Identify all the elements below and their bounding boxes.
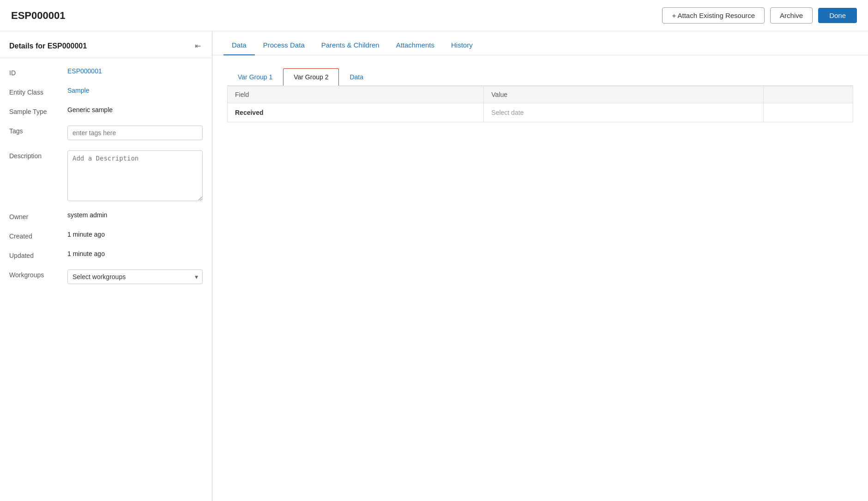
sub-tabs: Var Group 1 Var Group 2 Data: [227, 68, 853, 86]
tab-parents-children[interactable]: Parents & Children: [313, 36, 388, 55]
field-row-owner: Owner system admin: [9, 211, 203, 221]
tab-data[interactable]: Data: [223, 36, 255, 55]
tags-label: Tags: [9, 125, 60, 135]
sub-tab-var-group-1[interactable]: Var Group 1: [227, 68, 283, 86]
sample-type-label: Sample Type: [9, 106, 60, 115]
col-header-actions: [764, 86, 853, 103]
updated-label: Updated: [9, 250, 60, 259]
workgroups-select[interactable]: Select workgroups: [67, 269, 203, 284]
field-row-entity-class: Entity Class Sample: [9, 87, 203, 96]
tags-input[interactable]: [67, 125, 203, 140]
page-title: ESP000001: [11, 10, 65, 22]
content-area: Data Process Data Parents & Children Att…: [212, 31, 868, 501]
top-bar: ESP000001 + Attach Existing Resource Arc…: [0, 0, 868, 31]
col-header-field: Field: [228, 86, 484, 103]
updated-value: 1 minute ago: [67, 250, 203, 257]
done-button[interactable]: Done: [818, 8, 857, 23]
field-row-updated: Updated 1 minute ago: [9, 250, 203, 259]
field-row-created: Created 1 minute ago: [9, 231, 203, 240]
top-bar-actions: + Attach Existing Resource Archive Done: [662, 7, 857, 24]
row-actions-received: [764, 103, 853, 122]
main-layout: Details for ESP000001 ⇤ ID ESP000001 Ent…: [0, 31, 868, 501]
sidebar-header: Details for ESP000001 ⇤: [0, 31, 212, 58]
description-label: Description: [9, 150, 60, 160]
id-value[interactable]: ESP000001: [67, 67, 203, 75]
workgroups-select-wrapper: Select workgroups: [67, 269, 203, 284]
owner-label: Owner: [9, 211, 60, 221]
collapse-icon[interactable]: ⇤: [193, 40, 203, 52]
created-value: 1 minute ago: [67, 231, 203, 238]
sidebar-title: Details for ESP000001: [9, 42, 87, 50]
field-row-id: ID ESP000001: [9, 67, 203, 77]
description-textarea[interactable]: [67, 150, 203, 201]
entity-class-value[interactable]: Sample: [67, 87, 203, 94]
tab-history[interactable]: History: [443, 36, 481, 55]
archive-button[interactable]: Archive: [770, 7, 813, 24]
field-row-sample-type: Sample Type Generic sample: [9, 106, 203, 115]
id-label: ID: [9, 67, 60, 77]
attach-existing-resource-button[interactable]: + Attach Existing Resource: [662, 7, 765, 24]
tab-process-data[interactable]: Process Data: [255, 36, 313, 55]
workgroups-label: Workgroups: [9, 269, 60, 279]
field-row-tags: Tags: [9, 125, 203, 140]
row-value-received[interactable]: Select date: [484, 103, 764, 122]
field-row-workgroups: Workgroups Select workgroups: [9, 269, 203, 284]
table-row: Received Select date: [228, 103, 853, 122]
tab-attachments[interactable]: Attachments: [388, 36, 443, 55]
col-header-value: Value: [484, 86, 764, 103]
entity-class-label: Entity Class: [9, 87, 60, 96]
row-field-received: Received: [228, 103, 484, 122]
data-table: Field Value Received Select date: [227, 86, 853, 122]
sidebar-content: ID ESP000001 Entity Class Sample Sample …: [0, 58, 212, 304]
owner-value: system admin: [67, 211, 203, 219]
sub-tab-data[interactable]: Data: [339, 68, 374, 86]
table-header-row: Field Value: [228, 86, 853, 103]
nav-tabs: Data Process Data Parents & Children Att…: [212, 31, 868, 55]
sub-tab-var-group-2[interactable]: Var Group 2: [283, 68, 339, 86]
sidebar: Details for ESP000001 ⇤ ID ESP000001 Ent…: [0, 31, 212, 501]
field-row-description: Description: [9, 150, 203, 201]
created-label: Created: [9, 231, 60, 240]
content-inner: Var Group 1 Var Group 2 Data Field Value…: [212, 55, 868, 501]
sample-type-value: Generic sample: [67, 106, 203, 113]
